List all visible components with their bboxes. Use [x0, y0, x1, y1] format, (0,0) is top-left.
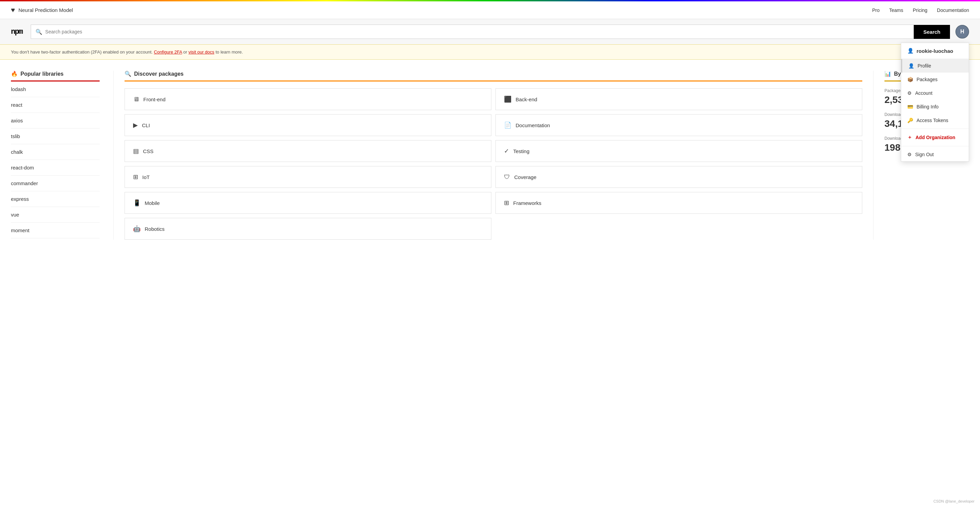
- dropdown-billing[interactable]: 💳 Billing Info: [901, 100, 969, 114]
- pkg-coverage[interactable]: 🛡 Coverage: [495, 166, 862, 188]
- configure-2fa-link[interactable]: Configure 2FA: [154, 49, 182, 55]
- search-button[interactable]: Search: [914, 25, 950, 39]
- lib-commander[interactable]: commander: [11, 176, 100, 191]
- documentation-label: Documentation: [515, 122, 550, 128]
- sign-out-label: Sign Out: [915, 152, 934, 157]
- billing-icon: 💳: [907, 104, 913, 109]
- iot-icon: ⊞: [133, 173, 138, 181]
- dropdown-add-org[interactable]: ＋ Add Organization: [901, 130, 969, 144]
- user-dropdown: 👤 rookie-luochao 👤 Profile 📦 Packages ⚙ …: [901, 43, 969, 162]
- pkg-frameworks[interactable]: ⊞ Frameworks: [495, 192, 862, 214]
- billing-label: Billing Info: [916, 104, 939, 109]
- fire-icon: 🔥: [11, 71, 18, 77]
- avatar: H: [955, 25, 969, 38]
- popular-libraries-header: 🔥 Popular libraries: [11, 71, 100, 81]
- search-input[interactable]: [31, 25, 914, 39]
- robotics-icon: 🤖: [133, 225, 141, 233]
- top-nav-right: Pro Teams Pricing Documentation: [872, 8, 969, 13]
- dropdown-divider: [901, 128, 969, 129]
- coverage-icon: 🛡: [504, 174, 510, 181]
- nav-pro[interactable]: Pro: [872, 8, 880, 13]
- lib-axios[interactable]: axios: [11, 113, 100, 128]
- main-content: 🔥 Popular libraries lodash react axios t…: [0, 60, 980, 251]
- popular-libraries-section: 🔥 Popular libraries lodash react axios t…: [11, 71, 113, 240]
- site-name: Neural Prediction Model: [18, 7, 73, 13]
- lib-lodash[interactable]: lodash: [11, 81, 100, 97]
- warning-suffix: to learn more.: [216, 49, 243, 55]
- visit-docs-link[interactable]: visit our docs: [188, 49, 214, 55]
- css-label: CSS: [143, 148, 154, 154]
- coverage-label: Coverage: [514, 174, 536, 180]
- warning-or: or: [183, 49, 187, 55]
- backend-icon: ⬛: [504, 95, 512, 103]
- nav-teams[interactable]: Teams: [889, 8, 903, 13]
- dropdown-username: 👤 rookie-luochao: [901, 43, 969, 59]
- dropdown-divider-2: [901, 146, 969, 146]
- testing-icon: ✓: [504, 147, 509, 155]
- dropdown-packages[interactable]: 📦 Packages: [901, 73, 969, 86]
- frameworks-icon: ⊞: [504, 199, 509, 207]
- username-text: rookie-luochao: [916, 48, 953, 54]
- pkg-documentation[interactable]: 📄 Documentation: [495, 114, 862, 136]
- access-tokens-label: Access Tokens: [916, 117, 948, 123]
- iot-label: IoT: [142, 174, 150, 180]
- lib-react[interactable]: react: [11, 97, 100, 113]
- nav-pricing[interactable]: Pricing: [913, 8, 928, 13]
- lib-vue[interactable]: vue: [11, 207, 100, 223]
- packages-label: Packages: [916, 77, 937, 82]
- pkg-iot[interactable]: ⊞ IoT: [124, 166, 492, 188]
- search-input-wrapper: 🔍: [31, 25, 914, 39]
- dropdown-profile[interactable]: 👤 Profile: [901, 59, 969, 73]
- documentation-icon: 📄: [504, 121, 512, 129]
- add-org-icon: ＋: [907, 134, 912, 141]
- packages-icon: 📦: [907, 77, 913, 82]
- package-grid: 🖥 Front-end ⬛ Back-end ▶ CLI 📄 Documenta…: [124, 88, 862, 240]
- profile-icon: 👤: [908, 63, 914, 68]
- lib-express[interactable]: express: [11, 191, 100, 207]
- person-icon: 👤: [907, 48, 914, 54]
- warning-text: You don't have two-factor authentication…: [11, 49, 153, 55]
- discover-packages-section: 🔍 Discover packages 🖥 Front-end ⬛ Back-e…: [113, 71, 873, 240]
- robotics-label: Robotics: [145, 226, 164, 232]
- frontend-label: Front-end: [143, 97, 165, 102]
- frontend-icon: 🖥: [133, 96, 139, 103]
- pkg-frontend[interactable]: 🖥 Front-end: [124, 88, 492, 110]
- dropdown-sign-out[interactable]: ⚙ Sign Out: [901, 148, 969, 161]
- top-nav: ♥ Neural Prediction Model Pro Teams Pric…: [0, 2, 980, 19]
- top-nav-left: ♥ Neural Prediction Model: [11, 6, 73, 14]
- popular-libraries-title: Popular libraries: [21, 71, 64, 77]
- pkg-cli[interactable]: ▶ CLI: [124, 114, 492, 136]
- add-org-label: Add Organization: [915, 135, 955, 140]
- dropdown-access-tokens[interactable]: 🔑 Access Tokens: [901, 114, 969, 127]
- pkg-robotics[interactable]: 🤖 Robotics: [124, 218, 492, 240]
- frameworks-label: Frameworks: [513, 200, 541, 206]
- css-icon: ▤: [133, 147, 139, 155]
- lib-chalk[interactable]: chalk: [11, 144, 100, 160]
- pkg-backend[interactable]: ⬛ Back-end: [495, 88, 862, 110]
- lib-tslib[interactable]: tslib: [11, 128, 100, 144]
- chart-icon: 📊: [885, 71, 891, 77]
- lib-moment[interactable]: moment: [11, 223, 100, 238]
- warning-banner: You don't have two-factor authentication…: [0, 44, 980, 60]
- search-bar-area: npm 🔍 Search H 👤 rookie-luochao 👤 Profil…: [0, 19, 980, 44]
- mobile-icon: 📱: [133, 199, 141, 207]
- pkg-testing[interactable]: ✓ Testing: [495, 140, 862, 162]
- dropdown-account[interactable]: ⚙ Account: [901, 86, 969, 100]
- testing-label: Testing: [513, 148, 530, 154]
- sign-out-icon: ⚙: [907, 152, 912, 157]
- nav-documentation[interactable]: Documentation: [937, 8, 969, 13]
- npm-logo: npm: [11, 28, 22, 36]
- token-icon: 🔑: [907, 117, 913, 123]
- lib-react-dom[interactable]: react-dom: [11, 160, 100, 176]
- account-label: Account: [915, 90, 932, 96]
- cli-icon: ▶: [133, 121, 138, 129]
- pkg-mobile[interactable]: 📱 Mobile: [124, 192, 492, 214]
- avatar-initials: H: [960, 29, 964, 35]
- pkg-css[interactable]: ▤ CSS: [124, 140, 492, 162]
- cli-label: CLI: [142, 122, 150, 128]
- profile-label: Profile: [918, 63, 931, 68]
- avatar-wrapper[interactable]: H 👤 rookie-luochao 👤 Profile 📦 Packages …: [955, 25, 969, 38]
- backend-label: Back-end: [515, 97, 537, 102]
- library-list: lodash react axios tslib chalk react-dom…: [11, 81, 100, 238]
- discover-packages-title: Discover packages: [134, 71, 184, 77]
